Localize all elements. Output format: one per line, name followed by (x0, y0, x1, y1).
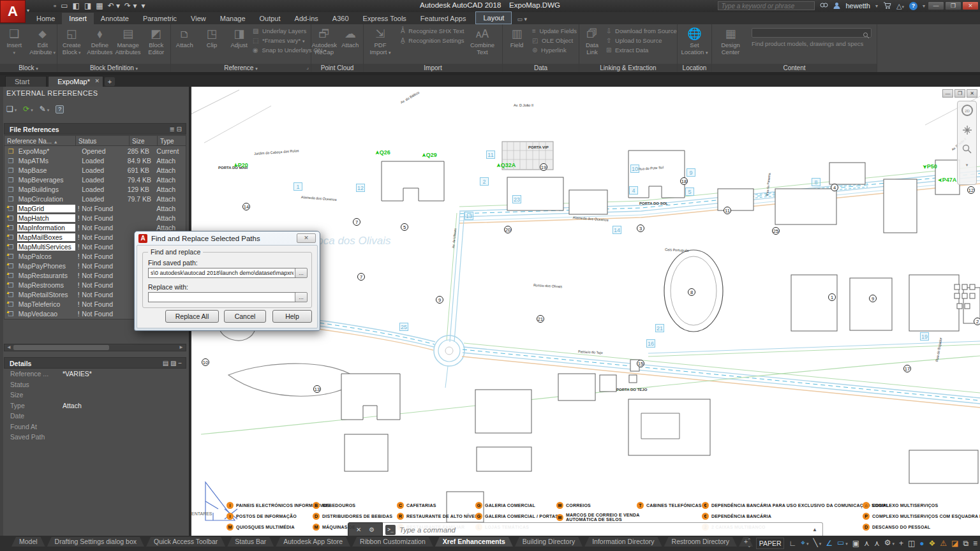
ribbon-tab-insert[interactable]: Insert (62, 13, 94, 24)
annotation-visibility-icon[interactable]: ⋏ (864, 536, 870, 550)
navwheel-2d-icon[interactable]: 2D (961, 104, 974, 119)
dialog-titlebar[interactable]: A Find and Replace Selected Paths ✕ (135, 231, 320, 245)
pdf-import-button[interactable]: ⇲ PDF Import ▾ (366, 26, 394, 56)
panel-title-block[interactable]: Block ▾ (0, 64, 57, 72)
xref-hscrollbar[interactable]: ◄ ► (4, 344, 186, 351)
field-button[interactable]: ▥ Field (503, 26, 531, 49)
drawing-minimize-button[interactable]: — (942, 89, 953, 98)
panel-title-reference[interactable]: Reference ▾ ⌟ (171, 64, 311, 72)
application-menu-arrow-icon[interactable]: ▾ (27, 8, 29, 13)
layout-tab-information-directory[interactable]: Information Directory (584, 537, 662, 547)
autopublish-icon[interactable]: ⚠ (940, 536, 947, 550)
ribbon-tab-add-ins[interactable]: Add-ins (288, 13, 325, 24)
ribbon-tab-output[interactable]: Output (253, 13, 288, 24)
dropdown-icon[interactable]: ▾ (818, 541, 821, 546)
column-size[interactable]: Size (130, 136, 158, 145)
command-history-icon[interactable]: ▲ (812, 527, 817, 533)
set-location-button[interactable]: 🌐 Set Location ▾ (681, 26, 709, 56)
search-binoculars-icon[interactable] (820, 2, 828, 10)
design-center-button[interactable]: ▦ Design Center (716, 26, 745, 55)
xref-name[interactable]: MapCirculation (17, 195, 75, 203)
dialog-close-button[interactable]: ✕ (297, 233, 316, 243)
ole-object-button[interactable]: ◰ OLE Object (532, 37, 577, 44)
command-close-icon[interactable]: ✕ (356, 526, 361, 533)
minimize-button[interactable]: — (928, 1, 944, 10)
ribbon-tab-annotate[interactable]: Annotate (94, 13, 136, 24)
palette-grip[interactable] (0, 87, 3, 536)
find-browse-button[interactable]: ... (295, 268, 308, 278)
layout-tab-status-bar[interactable]: Status Bar (227, 537, 274, 547)
xref-name[interactable]: MapPalcos (17, 253, 75, 260)
change-path-icon[interactable]: ✎ ▾ (40, 105, 50, 114)
xref-name[interactable]: MapPayPhones (17, 262, 75, 270)
dropdown-icon[interactable]: ▾ (844, 541, 847, 546)
layout-tab-xref-enhancements[interactable]: Xref Enhancements (435, 537, 513, 547)
close-button[interactable]: ✕ (962, 1, 979, 10)
xref-row[interactable]: ❐MapBuildingsLoaded129 KBAttach (4, 184, 186, 194)
layout-tab-quick-access-toolbar[interactable]: Quick Access Toolbar (146, 537, 225, 547)
xref-name[interactable]: MapBuildings (17, 186, 75, 193)
drawing-close-button[interactable]: ✕ (967, 89, 977, 98)
xref-name[interactable]: MapTeleferico (17, 300, 75, 308)
list-view-icon[interactable]: ≣ (169, 126, 174, 133)
isodraft-icon[interactable]: ∠ (826, 536, 833, 550)
xref-row[interactable]: ❐▲MapGrid!Not FoundAttach (4, 203, 186, 213)
xref-name[interactable]: MapGrid (17, 205, 75, 212)
drawing-restore-button[interactable]: ❐ (954, 89, 965, 98)
help-button[interactable]: Help (272, 310, 312, 323)
clip-button[interactable]: ◳ Clip (198, 26, 226, 49)
clean-screen-icon[interactable]: ⧉ (963, 536, 969, 550)
column-reference-name[interactable]: Reference Na... ▲ (4, 136, 76, 145)
command-dock-chevron-icon[interactable]: ⌃⌄ (747, 538, 752, 548)
panel-title-content[interactable]: Content (712, 64, 877, 72)
annotation-monitor-icon[interactable]: + (899, 536, 903, 550)
xref-name[interactable]: MapBeverages (17, 176, 75, 184)
navbar-more-icon[interactable]: ▾ (966, 163, 969, 168)
ribbon-tab-home[interactable]: Home (29, 13, 62, 24)
edit-attribute-button[interactable]: ⬥ Edit Attribute ▾ (29, 26, 57, 56)
xref-name[interactable]: MapMailBoxes (17, 233, 75, 241)
recognition-settings-button[interactable]: A̰ Recognition Settings (401, 37, 464, 44)
layout-tab-ribbon-customization[interactable]: Ribbon Customization (352, 537, 433, 547)
panel-title-import[interactable]: Import (364, 64, 502, 72)
replace-all-button[interactable]: Replace All (165, 310, 219, 323)
panel-title-point-cloud[interactable]: Point Cloud (311, 64, 363, 72)
replace-browse-button[interactable]: ... (295, 292, 308, 302)
autodesk-recap-button[interactable]: 🗗 Autodesk ReCap (311, 26, 338, 55)
collapse-details-icon[interactable]: − (178, 360, 182, 367)
layout-tab-building-directory[interactable]: Building Directory (515, 537, 583, 547)
ribbon-tab-manage[interactable]: Manage (213, 13, 253, 24)
layout-tab-autodesk-app-store[interactable]: Autodesk App Store (276, 537, 350, 547)
insert-block-button[interactable]: ❑ Insert▾ (0, 26, 28, 56)
tab-close-icon[interactable]: ✕ (94, 78, 100, 84)
layout-tab-drafting-settings-dialog-box[interactable]: Drafting Settings dialog box (47, 537, 144, 547)
snap-mode-icon[interactable]: ⌖ ▾ (801, 536, 808, 551)
combine-text-button[interactable]: 🗚 Combine Text (468, 26, 496, 55)
file-tab-start[interactable]: Start (5, 76, 47, 87)
xref-name[interactable]: MapInformation (17, 224, 75, 231)
manage-attributes-button[interactable]: ▤ Manage Attributes (114, 26, 142, 56)
isolate-objects-icon[interactable]: ❖ (929, 536, 936, 550)
ribbon-tab-express-tools[interactable]: Express Tools (356, 13, 413, 24)
xref-name[interactable]: MapHatch (17, 214, 75, 222)
create-block-button[interactable]: ◱ Create Block ▾ (57, 26, 85, 56)
dropdown-icon[interactable]: ▾ (805, 541, 808, 546)
adjust-button[interactable]: ◨ Adjust (225, 26, 253, 49)
ortho-icon[interactable]: ╲ ▾ (813, 536, 821, 551)
xref-row[interactable]: ❐MapCirculationLoaded79.7 KBAttach (4, 194, 186, 203)
attach-dwg-icon[interactable]: ❏ ▾ (6, 105, 17, 114)
scroll-left-icon[interactable]: ◄ (6, 344, 11, 351)
command-wrench-icon[interactable]: ⚙ (369, 526, 375, 533)
xref-row[interactable]: ❐MapATMsLoaded84.9 KBAttach (4, 156, 186, 165)
ucs-icon[interactable]: ∟ (789, 536, 796, 550)
cancel-button[interactable]: Cancel (224, 310, 266, 323)
application-menu-button[interactable]: A (0, 0, 26, 23)
workspace-gear-icon[interactable]: ⚙ ▾ (884, 536, 895, 551)
help-search-input[interactable] (718, 1, 815, 10)
reference-dialog-launcher-icon[interactable]: ⌟ (306, 63, 309, 71)
hardware-accel-icon[interactable]: ● (919, 536, 924, 550)
layout-tab-model[interactable]: Model (11, 537, 45, 547)
xref-row[interactable]: ❐ExpoMap*Opened285 KBCurrent (4, 146, 186, 156)
customization-icon[interactable]: ≡ (973, 536, 977, 550)
details-view-icon[interactable]: ▤ (163, 360, 168, 367)
